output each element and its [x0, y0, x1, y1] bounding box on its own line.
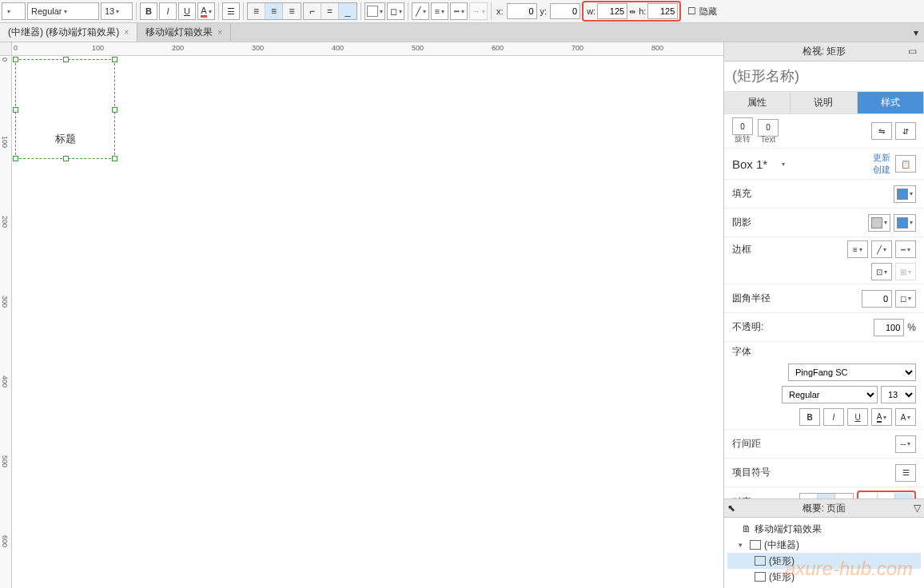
w-input[interactable]: [597, 3, 627, 19]
shape-name-input[interactable]: [732, 68, 916, 85]
style-body: 0旋转 0Text ⇋ ⇵ Box 1* 更新 创建 📋 填充: [724, 114, 924, 499]
panel-menu-icon[interactable]: ▭: [908, 46, 921, 58]
tab-notes[interactable]: 说明: [791, 92, 857, 113]
tab-label: (中继器) (移动端灯箱效果): [8, 26, 119, 39]
bullet-button[interactable]: ☰: [895, 464, 916, 482]
border-visibility-button[interactable]: ⊡: [871, 263, 892, 280]
resize-handle-sw[interactable]: [13, 156, 18, 161]
panel-text-color-button[interactable]: A: [871, 408, 892, 426]
tab-lightbox-page[interactable]: 移动端灯箱效果×: [137, 23, 231, 42]
triangle-icon[interactable]: ▾: [739, 541, 747, 549]
border-style-button[interactable]: ┅: [895, 240, 916, 258]
opacity-input[interactable]: [874, 319, 904, 336]
close-icon[interactable]: ×: [124, 28, 129, 37]
border-weight-button[interactable]: ≡: [847, 240, 868, 258]
row-fill: 填充: [724, 180, 924, 209]
font-family-select[interactable]: [2, 2, 26, 20]
ruler-corner: [0, 42, 12, 56]
fill-color-button[interactable]: [364, 2, 385, 20]
canvas[interactable]: 标题: [12, 56, 723, 588]
rect-icon: [755, 572, 766, 582]
repeater-icon: [750, 540, 761, 550]
resize-handle-e[interactable]: [112, 107, 117, 113]
outline-item-rect-selected[interactable]: (矩形): [727, 553, 921, 569]
shadow-button[interactable]: ◻: [387, 2, 404, 20]
line-color-button[interactable]: ╱: [412, 2, 429, 20]
y-input[interactable]: [550, 3, 580, 19]
border-color-button[interactable]: ╱: [871, 240, 892, 258]
resize-handle-se[interactable]: [112, 156, 117, 161]
h-align-group: ≡ ≡ ≡: [247, 2, 301, 20]
text-color-button[interactable]: A: [197, 2, 215, 20]
text-rotate-label: Text: [761, 135, 775, 144]
link-create[interactable]: 创建: [873, 164, 890, 176]
italic-button[interactable]: I: [159, 2, 177, 20]
panel-bold-button[interactable]: B: [799, 408, 820, 426]
align-bottom-button[interactable]: _: [339, 3, 356, 19]
line-weight-button[interactable]: ≡: [431, 2, 448, 20]
outline-item-page[interactable]: 🗎移动端灯箱效果: [727, 521, 921, 537]
outline-collapse-icon[interactable]: ⬉: [727, 503, 735, 514]
panel-align-top[interactable]: ⌐: [860, 493, 878, 499]
tab-properties[interactable]: 属性: [724, 92, 791, 113]
tabs-menu-icon[interactable]: ▾: [908, 23, 924, 42]
outline-filter-icon[interactable]: ▽: [914, 503, 921, 514]
align-right-button[interactable]: ≡: [283, 3, 301, 19]
font-size-select[interactable]: 13: [881, 386, 916, 403]
selected-shape[interactable]: 标题: [15, 59, 115, 159]
panel-italic-button[interactable]: I: [823, 408, 844, 426]
outline-tree: 🗎移动端灯箱效果 ▾(中继器) (矩形) (矩形): [724, 518, 924, 588]
tab-style[interactable]: 样式: [858, 92, 924, 113]
resize-handle-ne[interactable]: [112, 57, 117, 62]
arrow-button[interactable]: →: [469, 2, 488, 20]
outer-shadow-button[interactable]: [868, 214, 890, 232]
resize-handle-n[interactable]: [63, 57, 69, 62]
resize-handle-nw[interactable]: [13, 57, 18, 62]
bold-button[interactable]: B: [140, 2, 157, 20]
border-corner-button[interactable]: ⊞: [895, 263, 916, 280]
font-family-select[interactable]: PingFang SC: [788, 364, 916, 381]
font-weight-select[interactable]: Regular: [782, 386, 878, 403]
flip-v-button[interactable]: ⇵: [895, 122, 916, 140]
panel-align-bottom[interactable]: _: [895, 493, 913, 499]
wh-link-icon[interactable]: ⇹: [629, 7, 635, 16]
h-label: h:: [639, 6, 646, 16]
link-update[interactable]: 更新: [873, 152, 890, 164]
hidden-checkbox[interactable]: ☐: [687, 6, 696, 17]
size-highlight-box: w: ⇹ h:: [582, 1, 681, 22]
radius-corners-button[interactable]: ◻: [895, 290, 916, 308]
resize-handle-w[interactable]: [13, 107, 18, 113]
align-middle-button[interactable]: =: [321, 3, 339, 19]
line-style-button[interactable]: ┅: [450, 2, 468, 20]
align-top-button[interactable]: ⌐: [304, 3, 321, 19]
opacity-label: 不透明:: [732, 320, 780, 334]
panel-underline-button[interactable]: U: [847, 408, 868, 426]
bullets-button[interactable]: ☰: [222, 2, 240, 20]
align-left-button[interactable]: ≡: [248, 3, 265, 19]
inspector-panel: 检视: 矩形 ▭ 属性 说明 样式 0旋转 0Text ⇋ ⇵ Box 1*: [723, 42, 924, 588]
text-rotate-input[interactable]: 0: [758, 119, 779, 137]
font-size-select[interactable]: 13: [101, 2, 133, 20]
x-input[interactable]: [507, 3, 537, 19]
h-input[interactable]: [647, 3, 678, 19]
flip-h-button[interactable]: ⇋: [871, 122, 892, 140]
panel-text-more-button[interactable]: A: [895, 408, 916, 426]
rotate-input[interactable]: 0: [732, 117, 753, 135]
font-weight-select[interactable]: Regular: [27, 2, 99, 20]
box-style-menu[interactable]: [772, 155, 793, 173]
outline-label: 移动端灯箱效果: [755, 522, 822, 536]
panel-align-middle[interactable]: =: [878, 493, 895, 499]
inner-shadow-button[interactable]: [894, 214, 916, 232]
underline-button[interactable]: U: [178, 2, 196, 20]
fill-color-button[interactable]: [894, 185, 916, 203]
outline-item-rect[interactable]: (矩形): [727, 569, 921, 585]
page-icon: 🗎: [742, 523, 751, 534]
radius-input[interactable]: [862, 290, 892, 308]
close-icon[interactable]: ×: [217, 28, 222, 37]
outline-item-repeater[interactable]: ▾(中继器): [727, 537, 921, 553]
align-center-button[interactable]: ≡: [265, 3, 283, 19]
line-spacing-select[interactable]: --: [895, 435, 916, 453]
tab-repeater-page[interactable]: (中继器) (移动端灯箱效果)×: [0, 23, 137, 42]
resize-handle-s[interactable]: [63, 156, 69, 161]
paste-style-button[interactable]: 📋: [895, 155, 916, 173]
